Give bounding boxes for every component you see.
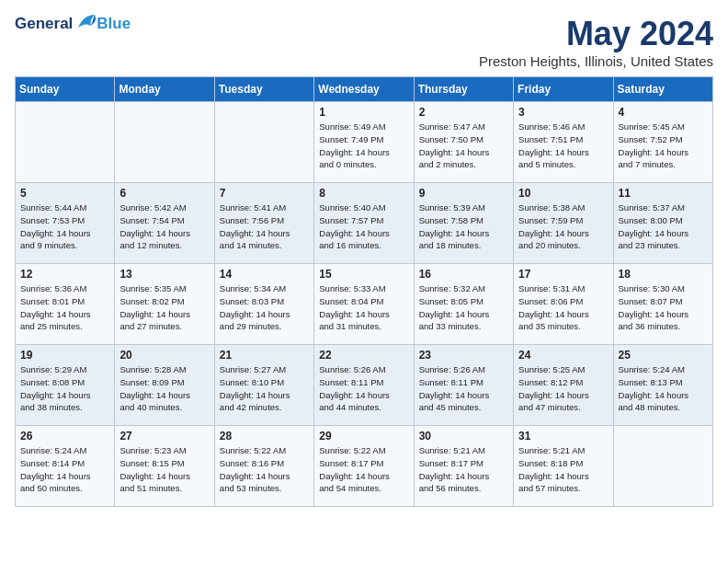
day-info: Sunrise: 5:35 AM Sunset: 8:02 PM Dayligh… <box>119 282 209 333</box>
day-number: 24 <box>518 349 608 362</box>
calendar-week-row: 12Sunrise: 5:36 AM Sunset: 8:01 PM Dayli… <box>16 264 713 345</box>
day-info: Sunrise: 5:45 AM Sunset: 7:52 PM Dayligh… <box>619 121 708 171</box>
calendar-day-cell <box>16 102 115 183</box>
weekday-header: Tuesday <box>214 77 313 102</box>
calendar-day-cell: 23Sunrise: 5:26 AM Sunset: 8:11 PM Dayli… <box>414 345 513 426</box>
day-number: 5 <box>20 187 109 200</box>
weekday-header: Sunday <box>16 77 115 102</box>
calendar-day-cell: 16Sunrise: 5:32 AM Sunset: 8:05 PM Dayli… <box>414 264 513 345</box>
day-info: Sunrise: 5:31 AM Sunset: 8:06 PM Dayligh… <box>518 282 608 333</box>
day-number: 29 <box>319 430 408 442</box>
weekday-header: Monday <box>115 77 214 102</box>
day-number: 27 <box>119 430 209 442</box>
day-info: Sunrise: 5:26 AM Sunset: 8:11 PM Dayligh… <box>319 363 408 414</box>
day-number: 15 <box>319 268 408 281</box>
calendar-day-cell: 22Sunrise: 5:26 AM Sunset: 8:11 PM Dayli… <box>314 345 414 426</box>
day-info: Sunrise: 5:49 AM Sunset: 7:49 PM Dayligh… <box>319 121 408 171</box>
day-info: Sunrise: 5:38 AM Sunset: 7:59 PM Dayligh… <box>518 201 608 252</box>
day-info: Sunrise: 5:23 AM Sunset: 8:15 PM Dayligh… <box>119 444 209 495</box>
calendar-week-row: 5Sunrise: 5:44 AM Sunset: 7:53 PM Daylig… <box>16 183 713 264</box>
weekday-header-row: SundayMondayTuesdayWednesdayThursdayFrid… <box>16 77 713 102</box>
weekday-header: Thursday <box>414 77 513 102</box>
day-number: 26 <box>20 430 109 442</box>
calendar-week-row: 1Sunrise: 5:49 AM Sunset: 7:49 PM Daylig… <box>16 102 713 183</box>
day-number: 7 <box>220 187 309 200</box>
calendar-day-cell: 7Sunrise: 5:41 AM Sunset: 7:56 PM Daylig… <box>214 183 313 264</box>
logo-general: General <box>15 15 73 33</box>
calendar-subtitle: Preston Heights, Illinois, United States <box>479 53 713 69</box>
day-number: 18 <box>619 268 708 281</box>
calendar-day-cell: 8Sunrise: 5:40 AM Sunset: 7:57 PM Daylig… <box>314 183 414 264</box>
day-info: Sunrise: 5:42 AM Sunset: 7:54 PM Dayligh… <box>119 201 209 252</box>
calendar-day-cell: 13Sunrise: 5:35 AM Sunset: 8:02 PM Dayli… <box>115 264 214 345</box>
calendar-day-cell <box>214 102 313 183</box>
calendar-day-cell: 5Sunrise: 5:44 AM Sunset: 7:53 PM Daylig… <box>16 183 115 264</box>
day-number: 23 <box>419 349 508 362</box>
calendar-day-cell: 20Sunrise: 5:28 AM Sunset: 8:09 PM Dayli… <box>115 345 214 426</box>
calendar-title-area: May 2024 Preston Heights, Illinois, Unit… <box>479 15 713 69</box>
day-info: Sunrise: 5:34 AM Sunset: 8:03 PM Dayligh… <box>220 282 309 333</box>
calendar-day-cell <box>115 102 214 183</box>
day-info: Sunrise: 5:24 AM Sunset: 8:13 PM Dayligh… <box>619 363 708 414</box>
weekday-header: Saturday <box>613 77 712 102</box>
day-number: 12 <box>20 268 109 281</box>
day-number: 25 <box>619 349 708 362</box>
day-info: Sunrise: 5:28 AM Sunset: 8:09 PM Dayligh… <box>119 363 209 414</box>
day-info: Sunrise: 5:22 AM Sunset: 8:17 PM Dayligh… <box>319 444 408 495</box>
day-info: Sunrise: 5:46 AM Sunset: 7:51 PM Dayligh… <box>518 121 608 171</box>
day-info: Sunrise: 5:36 AM Sunset: 8:01 PM Dayligh… <box>20 282 109 333</box>
calendar-table: SundayMondayTuesdayWednesdayThursdayFrid… <box>15 76 713 507</box>
calendar-day-cell: 31Sunrise: 5:21 AM Sunset: 8:18 PM Dayli… <box>514 426 613 507</box>
day-info: Sunrise: 5:29 AM Sunset: 8:08 PM Dayligh… <box>20 363 109 414</box>
day-number: 19 <box>20 349 109 362</box>
day-number: 3 <box>518 106 608 119</box>
day-number: 17 <box>518 268 608 281</box>
calendar-day-cell <box>613 426 712 507</box>
day-number: 22 <box>319 349 408 362</box>
day-info: Sunrise: 5:37 AM Sunset: 8:00 PM Dayligh… <box>619 201 708 252</box>
day-number: 16 <box>419 268 508 281</box>
calendar-day-cell: 6Sunrise: 5:42 AM Sunset: 7:54 PM Daylig… <box>115 183 214 264</box>
day-number: 28 <box>220 430 309 442</box>
day-info: Sunrise: 5:22 AM Sunset: 8:16 PM Dayligh… <box>220 444 309 495</box>
day-number: 13 <box>119 268 209 281</box>
calendar-day-cell: 1Sunrise: 5:49 AM Sunset: 7:49 PM Daylig… <box>314 102 414 183</box>
day-number: 20 <box>119 349 209 362</box>
calendar-day-cell: 27Sunrise: 5:23 AM Sunset: 8:15 PM Dayli… <box>115 426 214 507</box>
day-info: Sunrise: 5:39 AM Sunset: 7:58 PM Dayligh… <box>419 201 508 252</box>
calendar-day-cell: 19Sunrise: 5:29 AM Sunset: 8:08 PM Dayli… <box>16 345 115 426</box>
calendar-day-cell: 29Sunrise: 5:22 AM Sunset: 8:17 PM Dayli… <box>314 426 414 507</box>
day-info: Sunrise: 5:27 AM Sunset: 8:10 PM Dayligh… <box>220 363 309 414</box>
calendar-day-cell: 24Sunrise: 5:25 AM Sunset: 8:12 PM Dayli… <box>514 345 613 426</box>
day-info: Sunrise: 5:25 AM Sunset: 8:12 PM Dayligh… <box>518 363 608 414</box>
calendar-day-cell: 28Sunrise: 5:22 AM Sunset: 8:16 PM Dayli… <box>214 426 313 507</box>
calendar-day-cell: 18Sunrise: 5:30 AM Sunset: 8:07 PM Dayli… <box>613 264 712 345</box>
day-number: 8 <box>319 187 408 200</box>
day-number: 14 <box>220 268 309 281</box>
calendar-day-cell: 25Sunrise: 5:24 AM Sunset: 8:13 PM Dayli… <box>613 345 712 426</box>
day-number: 31 <box>518 430 608 442</box>
day-info: Sunrise: 5:24 AM Sunset: 8:14 PM Dayligh… <box>20 444 109 495</box>
calendar-day-cell: 10Sunrise: 5:38 AM Sunset: 7:59 PM Dayli… <box>514 183 613 264</box>
calendar-title: May 2024 <box>479 15 713 53</box>
calendar-day-cell: 4Sunrise: 5:45 AM Sunset: 7:52 PM Daylig… <box>613 102 712 183</box>
logo-bird-icon <box>76 13 97 33</box>
day-number: 1 <box>319 106 408 119</box>
calendar-day-cell: 2Sunrise: 5:47 AM Sunset: 7:50 PM Daylig… <box>414 102 513 183</box>
day-info: Sunrise: 5:21 AM Sunset: 8:17 PM Dayligh… <box>419 444 508 495</box>
calendar-day-cell: 21Sunrise: 5:27 AM Sunset: 8:10 PM Dayli… <box>214 345 313 426</box>
calendar-week-row: 19Sunrise: 5:29 AM Sunset: 8:08 PM Dayli… <box>16 345 713 426</box>
calendar-day-cell: 26Sunrise: 5:24 AM Sunset: 8:14 PM Dayli… <box>16 426 115 507</box>
day-number: 9 <box>419 187 508 200</box>
calendar-day-cell: 12Sunrise: 5:36 AM Sunset: 8:01 PM Dayli… <box>16 264 115 345</box>
calendar-day-cell: 30Sunrise: 5:21 AM Sunset: 8:17 PM Dayli… <box>414 426 513 507</box>
logo-blue: Blue <box>97 15 131 33</box>
day-number: 30 <box>419 430 508 442</box>
day-info: Sunrise: 5:21 AM Sunset: 8:18 PM Dayligh… <box>518 444 608 495</box>
weekday-header: Wednesday <box>314 77 414 102</box>
day-info: Sunrise: 5:47 AM Sunset: 7:50 PM Dayligh… <box>419 121 508 171</box>
day-info: Sunrise: 5:30 AM Sunset: 8:07 PM Dayligh… <box>619 282 708 333</box>
calendar-day-cell: 17Sunrise: 5:31 AM Sunset: 8:06 PM Dayli… <box>514 264 613 345</box>
day-number: 2 <box>419 106 508 119</box>
calendar-day-cell: 9Sunrise: 5:39 AM Sunset: 7:58 PM Daylig… <box>414 183 513 264</box>
